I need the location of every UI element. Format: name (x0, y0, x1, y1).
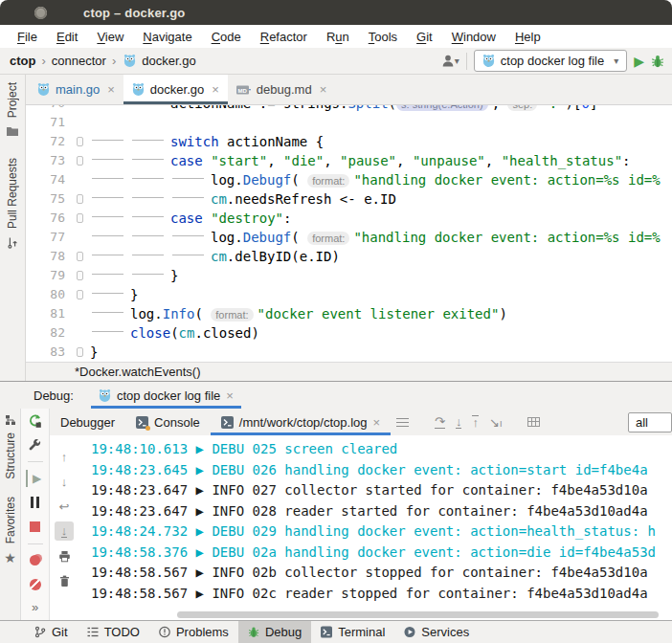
fold-marker-icon[interactable] (77, 137, 83, 146)
menu-run[interactable]: Run (317, 28, 359, 46)
menu-refactor[interactable]: Refactor (251, 28, 317, 46)
editor-tab-docker.go[interactable]: docker.go× (123, 75, 228, 104)
menu-edit[interactable]: Edit (47, 28, 87, 46)
log-line[interactable]: 19:48:23.647 ▶ INFO 028 reader started f… (91, 501, 672, 522)
editor-tab-debug.md[interactable]: MDdebug.md× (228, 75, 335, 104)
run-config-label: ctop docker log file (501, 54, 604, 68)
fold-marker-icon[interactable] (77, 156, 83, 166)
line-number[interactable]: 75 (26, 189, 74, 209)
resume-button[interactable]: ▶ (26, 470, 45, 487)
fold-marker-icon[interactable] (77, 252, 83, 261)
statusbar-item-label: Problems (176, 625, 229, 639)
line-number[interactable]: 74 (26, 170, 74, 189)
statusbar-item-todo[interactable]: TODO (78, 621, 149, 643)
debug-tab-console[interactable]: Console (125, 409, 211, 435)
debug-tab-label: /mnt/work/ctop/ctop.log (239, 415, 368, 430)
restore-layout-icon[interactable] (527, 417, 540, 427)
run-button[interactable]: ▶ (634, 54, 644, 69)
print-icon[interactable] (55, 546, 74, 565)
line-number[interactable]: 72 (26, 132, 74, 151)
view-breakpoints-button[interactable] (26, 552, 45, 569)
statusbar-item-terminal[interactable]: Terminal (311, 621, 394, 643)
menu-code[interactable]: Code (202, 28, 251, 46)
statusbar-item-debug[interactable]: Debug (238, 621, 311, 643)
run-config-gopher-icon (482, 54, 495, 68)
log-line[interactable]: 19:48:23.647 ▶ INFO 027 collector starte… (91, 480, 672, 501)
line-number[interactable]: 70 (26, 105, 74, 113)
jump-over-icon[interactable]: ↷ (435, 415, 445, 429)
debug-session-tab[interactable]: ctop docker log file × (91, 382, 241, 409)
line-number[interactable]: 80 (26, 285, 74, 304)
log-line[interactable]: 19:48:24.732 ▶ DEBU 029 handling docker … (91, 521, 672, 543)
line-number[interactable]: 81 (26, 304, 74, 323)
window-control-button[interactable] (34, 7, 47, 19)
menu-file[interactable]: File (8, 28, 47, 46)
clear-all-icon[interactable] (55, 571, 74, 590)
line-number[interactable]: 78 (26, 247, 74, 266)
rerun-button[interactable] (26, 412, 45, 430)
navigate-to-cursor-icon[interactable]: ↘I (489, 416, 502, 429)
more-actions-button[interactable]: » (32, 600, 38, 614)
fold-marker-icon[interactable] (77, 194, 83, 204)
pause-button[interactable] (26, 494, 45, 511)
sidebar-item-favorites[interactable]: Favorites (4, 497, 17, 543)
fold-marker-icon[interactable] (77, 271, 83, 280)
statusbar-item-problems[interactable]: Problems (149, 621, 238, 643)
window-titlebar[interactable]: ctop – docker.go (0, 0, 672, 25)
debug-tab--mnt-work-ctop-ctop-log[interactable]: /mnt/work/ctop/ctop.log× (211, 409, 391, 435)
down-stack-icon[interactable]: ↓ (55, 472, 74, 491)
menu-window[interactable]: Window (442, 28, 505, 46)
line-number[interactable]: 73 (26, 151, 74, 170)
line-number[interactable]: 82 (26, 323, 74, 343)
menu-navigate[interactable]: Navigate (133, 28, 201, 46)
log-line[interactable]: 19:48:10.613 ▶ DEBU 025 screen cleared (91, 439, 672, 460)
log-level-filter-select[interactable]: all (628, 412, 672, 432)
user-profile-button[interactable]: ▾ (442, 55, 459, 67)
fold-marker-icon[interactable] (77, 213, 83, 223)
fold-marker-icon[interactable] (77, 347, 83, 357)
up-stack-icon[interactable]: ↑ (55, 447, 74, 466)
statusbar-item-services[interactable]: Services (394, 621, 479, 643)
line-number[interactable]: 77 (26, 228, 74, 247)
statusbar-item-git[interactable]: Git (25, 621, 78, 643)
sidebar-item-pull-requests[interactable]: Pull Requests (6, 158, 19, 229)
close-icon[interactable]: × (107, 82, 115, 97)
close-icon[interactable]: × (212, 82, 219, 97)
code-editor[interactable]: 70actionName := strings.Split(s: string(… (26, 105, 672, 362)
breadcrumb-project[interactable]: ctop (10, 54, 35, 68)
sidebar-item-project[interactable]: Project (6, 82, 19, 118)
close-icon[interactable]: × (320, 82, 327, 97)
log-line[interactable]: 19:48:23.645 ▶ DEBU 026 handling docker … (91, 460, 672, 481)
horizontal-scrollbar[interactable] (177, 611, 659, 618)
line-number[interactable]: 83 (26, 343, 74, 362)
run-configuration-select[interactable]: ctop docker log file ▾ (474, 50, 627, 72)
sidebar-item-structure[interactable]: Structure (4, 432, 17, 479)
down-to-end-icon[interactable]: ↓ (456, 415, 462, 429)
menu-help[interactable]: Help (505, 28, 550, 46)
line-number[interactable]: 71 (26, 113, 74, 132)
log-line[interactable]: 19:48:58.567 ▶ INFO 02c reader stopped f… (91, 584, 672, 605)
line-number[interactable]: 79 (26, 266, 74, 285)
menu-view[interactable]: View (87, 28, 133, 46)
line-number[interactable]: 76 (26, 209, 74, 228)
menu-tools[interactable]: Tools (359, 28, 407, 46)
settings-wrench-icon[interactable] (26, 436, 45, 454)
editor-tab-main.go[interactable]: main.go× (29, 75, 123, 104)
log-console-output[interactable]: 19:48:10.613 ▶ DEBU 025 screen cleared19… (78, 435, 672, 620)
options-menu-icon[interactable] (396, 418, 409, 427)
mute-breakpoints-button[interactable] (26, 576, 45, 593)
soft-wrap-icon[interactable]: ↩ (55, 497, 74, 516)
up-to-start-icon[interactable]: ↑ (472, 415, 479, 429)
close-icon[interactable]: × (226, 388, 234, 403)
scroll-to-end-icon[interactable]: ↓ (55, 521, 74, 541)
menu-git[interactable]: Git (407, 28, 442, 46)
stop-button[interactable] (26, 519, 45, 536)
close-icon[interactable]: × (372, 415, 380, 430)
debug-tab-debugger[interactable]: Debugger (50, 409, 125, 435)
breadcrumb-package[interactable]: connector (52, 54, 106, 68)
debug-button[interactable] (651, 55, 664, 68)
log-line[interactable]: 19:48:58.376 ▶ DEBU 02a handling docker … (91, 543, 672, 564)
fold-marker-icon[interactable] (77, 290, 83, 299)
log-line[interactable]: 19:48:58.567 ▶ INFO 02b collector stoppe… (91, 563, 672, 584)
breadcrumb-file[interactable]: docker.go (142, 54, 195, 68)
